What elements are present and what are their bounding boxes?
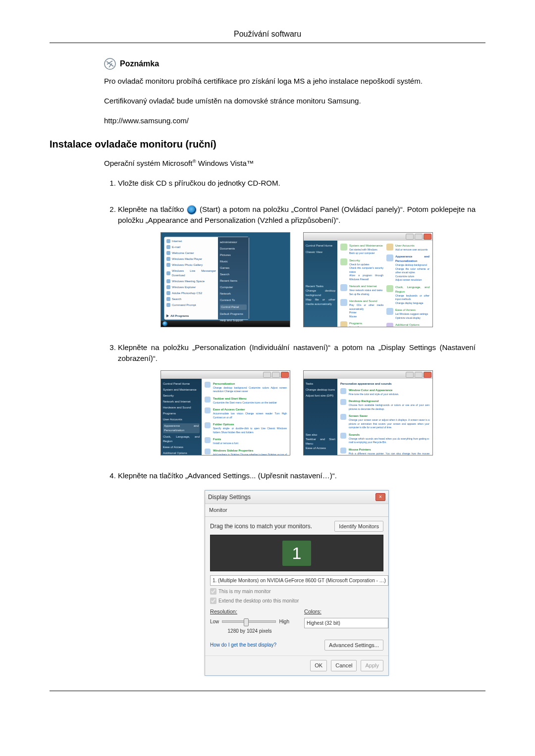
recent-tasks: Recent Tasks Change desktop background M… [306, 284, 335, 306]
panel-item-sub: Accommodate low vision Change screen rea… [213, 412, 287, 419]
panel-item-title: Windows Sidebar Properties [213, 449, 287, 453]
step-2-text-a: Klepněte na tlačítko [118, 205, 186, 213]
nav-item: Security [163, 394, 200, 398]
list-item: Recent Items [220, 279, 247, 283]
figure-appearance-panel: Control Panel Home System and Maintenanc… [160, 370, 290, 455]
nav-item: Hardware and Sound [163, 405, 200, 410]
cp-title: Ease of Access [395, 308, 428, 312]
panel-item-title: Ease of Access Center [213, 407, 287, 412]
start-orb-icon [187, 205, 196, 214]
panel-item-title: Taskbar and Start Menu [213, 397, 277, 401]
footer-rule [50, 691, 485, 691]
panel-item-sub: Change desktop background Customize colo… [213, 386, 287, 394]
monitor-number: 1 [282, 541, 311, 566]
nav-item: System and Maintenance [163, 388, 200, 392]
list-item: Windows Explorer [166, 285, 216, 290]
list-item: Search [220, 272, 247, 277]
list-item: E-mail [166, 245, 216, 250]
cp-sub: Let Windows suggest settings Optimize vi… [395, 312, 428, 320]
list-item: Windows Live Messenger Download [166, 269, 216, 278]
list-item: Connect To [220, 298, 247, 302]
list-item: Windows Meeting Space [166, 279, 216, 284]
list-item: Documents [220, 247, 247, 251]
step-4-text: Klepněte na tlačítko „Advanced Settings.… [118, 471, 337, 480]
os-suffix: Windows Vista™ [196, 159, 254, 167]
nav-item: Control Panel Home [163, 382, 200, 386]
step-4: Klepněte na tlačítko „Advanced Settings.… [118, 470, 476, 676]
note-title: Poznámka [120, 59, 159, 68]
cp-title: Security [349, 258, 383, 263]
resolution-slider[interactable]: Low High [210, 618, 289, 625]
cp-title: Clock, Language, and Region [395, 285, 429, 294]
list-item: Network [220, 292, 247, 296]
resolution-value: 1280 by 1024 pixels [210, 627, 289, 635]
monitor-preview[interactable]: 1 [210, 535, 383, 571]
panel-item-sub: Specify single- or double-click to open … [213, 427, 287, 434]
cancel-button[interactable]: Cancel [331, 660, 357, 671]
panel-item-title: Folder Options [213, 422, 287, 427]
cp-sub: Check for updates Check this computer's … [349, 263, 383, 282]
nav-item: Control Panel Home [306, 244, 335, 248]
list-item: Command Prompt [166, 303, 216, 307]
list-item: Pictures [220, 253, 247, 257]
nav-item: Tasks [306, 382, 335, 386]
close-icon[interactable]: × [375, 493, 385, 501]
panel-item-title: Desktop Background [349, 399, 429, 403]
main-monitor-checkbox[interactable]: This is my main monitor [210, 588, 383, 595]
list-item: Help and Support [220, 318, 247, 323]
nav-item: Additional Options [163, 451, 200, 455]
figure-start-menu: Internet E-mail Welcome Center Windows M… [160, 232, 290, 327]
list-item: administrator [220, 240, 247, 245]
step-2: Klepněte na tlačítko (Start) a potom na … [118, 204, 476, 327]
nav-item: Network and Internet [163, 400, 200, 404]
nav-item-selected: Appearance and Personalization [163, 423, 200, 433]
resolution-label: Resolution: [210, 607, 289, 616]
figure-control-panel: Control Panel Home Classic View Recent T… [303, 232, 433, 327]
cp-title: User Accounts [395, 244, 428, 248]
note-url: http://www.samsung.com/ [104, 115, 476, 126]
panel-item-sub: Pick a different mouse pointer. You can … [349, 452, 429, 455]
cp-title: Network and Internet [349, 284, 382, 289]
panel-item-sub: Change your screen saver or adjust when … [349, 418, 429, 430]
panel-item-sub: Add gadgets to Sidebar Choose whether to… [213, 453, 287, 455]
colors-select[interactable]: Highest (32 bit) [304, 618, 388, 628]
list-item: Default Programs [220, 312, 247, 316]
list-item: Computer [220, 285, 247, 290]
cp-sub: View network status and tasks Set up fil… [349, 289, 382, 296]
list-item: Games [220, 266, 247, 270]
advanced-settings-button[interactable]: Advanced Settings... [324, 640, 383, 651]
step-3: Klepněte na položku „Personalization (In… [118, 342, 476, 455]
note-paragraph-2: Certifikovaný ovladač bude umístěn na do… [104, 96, 476, 106]
cp-title: Additional Options [395, 323, 420, 327]
note-icon [104, 58, 116, 70]
list-item: Adobe Photoshop CS2 [166, 291, 216, 296]
apply-button[interactable]: Apply [361, 660, 383, 671]
panel-heading: Personalize appearance and sounds [340, 382, 429, 386]
cp-sub: Add or remove user accounts [395, 248, 428, 252]
panel-item-title: Fonts [213, 437, 238, 442]
slider-high: High [279, 618, 289, 625]
list-item: Music [220, 259, 247, 264]
panel-item-title: Personalization [213, 382, 287, 386]
page-header: Používání softwaru [50, 30, 485, 39]
panel-item-title: Sounds [349, 433, 429, 437]
colors-label: Colors: [304, 607, 383, 616]
nav-item: Adjust font size (DPI) [306, 394, 335, 398]
help-link[interactable]: How do I get the best display? [210, 641, 276, 649]
cp-sub: Get started with Windows Back up your co… [349, 248, 383, 255]
monitor-select[interactable]: 1. (Multiple Monitors) on NVIDIA GeForce… [210, 575, 388, 586]
nav-item: Classic View [306, 250, 335, 254]
tab-monitor[interactable]: Monitor [205, 504, 388, 517]
extend-desktop-checkbox[interactable]: Extend the desktop onto this monitor [210, 597, 383, 605]
ok-button[interactable]: OK [310, 660, 327, 671]
identify-monitors-button[interactable]: Identify Monitors [334, 521, 383, 532]
slider-low: Low [210, 618, 219, 625]
step-3-text: Klepněte na položku „Personalization (In… [118, 343, 476, 363]
panel-item-title: Screen Saver [349, 414, 429, 418]
panel-item-sub: Customize the Start menu Customize icons… [213, 401, 277, 405]
note-paragraph-1: Pro ovladač monitoru probíhá certifikace… [104, 76, 476, 87]
cp-title: Programs [349, 321, 377, 326]
nav-item: Programs [163, 411, 200, 416]
nav-item: User Accounts [163, 417, 200, 422]
panel-item-sub: Install or remove a font [213, 442, 238, 446]
